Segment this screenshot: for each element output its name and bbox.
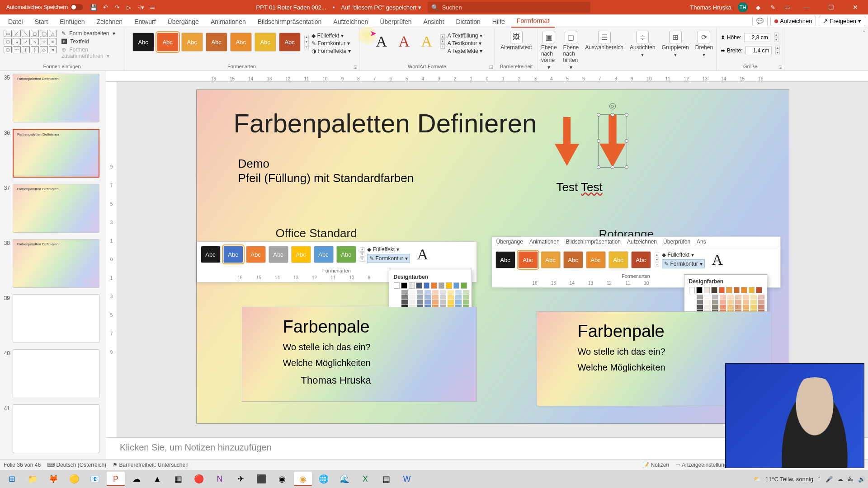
close-button[interactable]: ✕ [846, 4, 864, 11]
shape-style-4[interactable]: Abc [206, 33, 227, 52]
tray-net-icon[interactable]: 🖧 [848, 476, 854, 483]
tab-datei[interactable]: Datei [3, 15, 28, 28]
edge-icon[interactable]: 🌊 [335, 472, 354, 486]
autosave-toggle[interactable]: Automatisches Speichern [4, 4, 86, 10]
arrow-shape-1[interactable] [555, 117, 579, 167]
share-button[interactable]: ↗ Freigeben ▾ [819, 16, 865, 26]
slide-canvas[interactable]: Farbenpaletten Definieren Demo Pfeil (Fü… [197, 90, 789, 423]
qat-overflow-icon[interactable]: ═ [148, 3, 156, 11]
weather-icon[interactable]: ⛅ [754, 476, 761, 483]
status-lang[interactable]: ⌨ Deutsch (Österreich) [47, 462, 106, 468]
maximize-button[interactable]: ☐ [822, 4, 840, 11]
chrome-icon[interactable]: 🟡 [65, 472, 83, 486]
thumb-37[interactable]: Farbenpaletten Definieren [13, 184, 99, 233]
style-gallery-scroll[interactable]: ▴▾▿ [304, 35, 309, 49]
undo-icon[interactable]: ↶ [101, 3, 109, 11]
file-name[interactable]: PPT 01 Roter Faden 002... [256, 4, 326, 11]
file-explorer-icon[interactable]: 📁 [24, 472, 42, 486]
thumb-38[interactable]: Farbenpaletten Definieren [13, 239, 99, 288]
bell-icon[interactable]: ◆ [754, 3, 762, 11]
shape-fill-button[interactable]: ◆ Fülleffekt ▾ [311, 33, 351, 39]
outlook-icon[interactable]: 📧 [86, 472, 104, 486]
user-avatar[interactable]: TH [738, 2, 748, 12]
tab-start[interactable]: Start [29, 15, 54, 28]
wordart-style-3[interactable]: A [417, 32, 437, 52]
rotate-button[interactable]: ⟳Drehen▾ [693, 30, 715, 59]
shape-style-3[interactable]: Abc [181, 33, 203, 52]
save-icon[interactable]: 💾 [90, 3, 98, 11]
thumb-36[interactable]: Farbenpaletten Definieren [13, 129, 99, 178]
minimize-button[interactable]: — [797, 4, 816, 11]
bring-forward-button[interactable]: ▣Ebene nach vorne▾ [539, 30, 559, 71]
rotate-handle-icon[interactable]: ⟳ [609, 103, 616, 109]
text-outline-button[interactable]: A Textkontur ▾ [448, 40, 483, 47]
tab-ansicht[interactable]: Ansicht [418, 15, 449, 28]
dialog-launcher-icon[interactable]: ◲ [778, 65, 783, 69]
slide-text-test[interactable]: Test Test [557, 180, 603, 194]
app-icon-6[interactable]: ▤ [377, 472, 395, 486]
record-button[interactable]: Aufzeichnen [770, 16, 816, 26]
align-button[interactable]: ≑Ausrichten▾ [628, 30, 657, 59]
search-box[interactable]: 🔍 Suchen [428, 2, 590, 13]
app-icon-5[interactable]: 🌐 [315, 472, 333, 486]
status-notes[interactable]: 📝 Notizen [642, 462, 669, 468]
tab-bildschirm[interactable]: Bildschirmpräsentation [252, 15, 327, 28]
tray-vol-icon[interactable]: 🔊 [858, 476, 865, 483]
slide-title[interactable]: Farbenpaletten Definieren [234, 108, 537, 138]
telegram-icon[interactable]: ✈ [231, 472, 250, 486]
shape-style-1[interactable]: Abc [132, 33, 154, 52]
slide-thumbnails[interactable]: 35Farbenpaletten Definieren 36Farbenpale… [0, 71, 106, 459]
shape-style-6[interactable]: Abc [255, 33, 276, 52]
dialog-launcher-icon[interactable]: ◲ [354, 65, 358, 69]
recording-icon[interactable]: ◉ [294, 472, 312, 486]
shape-effects-button[interactable]: ◑ Formeffekte ▾ [311, 48, 351, 54]
draw-icon[interactable]: ✎ [769, 3, 777, 11]
slide-text-line2[interactable]: Pfeil (Füllung) mit Standardfarben [238, 171, 414, 185]
dialog-launcher-icon[interactable]: ◲ [489, 65, 493, 69]
slide-text-demo[interactable]: Demo [238, 157, 269, 171]
thumb-39[interactable] [13, 294, 99, 343]
tray-mic-icon[interactable]: 🎤 [826, 476, 833, 483]
obs-icon[interactable]: ◉ [273, 472, 291, 486]
slideshow-icon[interactable]: ▷ [125, 3, 133, 11]
app-icon-2[interactable]: ▦ [169, 472, 187, 486]
wordart-gallery-scroll[interactable]: ▴▾▿ [440, 34, 445, 49]
edit-shape-button[interactable]: ✎ Form bearbeiten ▾ [60, 30, 120, 37]
status-accessibility[interactable]: ⚑ Barrierefreiheit: Untersuchen [113, 462, 189, 468]
thumb-40[interactable] [13, 349, 99, 398]
wordart-style-2[interactable]: A [394, 32, 414, 52]
tab-animationen[interactable]: Animationen [205, 15, 251, 28]
wordart-style-1[interactable]: A [372, 32, 392, 52]
excel-icon[interactable]: X [356, 472, 374, 486]
height-input[interactable] [744, 33, 770, 42]
thumb-41[interactable] [13, 404, 99, 453]
shape-style-5[interactable]: Abc [230, 33, 252, 52]
tab-hilfe[interactable]: Hilfe [487, 15, 510, 28]
shape-gallery[interactable]: ▭／＼◻◯△ ⬠↳↗↘☆≡ ⬡〰{}◇▾ [4, 30, 57, 53]
tray-chevron-icon[interactable]: ˄ [818, 476, 821, 483]
shape-style-2[interactable]: Abc [157, 33, 179, 52]
alttext-button[interactable]: 🖼Alternativtext [499, 30, 533, 52]
tab-dictation[interactable]: Dictation [450, 15, 486, 28]
tab-formformat[interactable]: Formformat [511, 14, 555, 28]
shape-outline-button[interactable]: ✎ Formkontur ▾ [311, 40, 351, 47]
text-fill-button[interactable]: A Textfüllung ▾ [448, 33, 483, 39]
tab-einfuegen[interactable]: Einfügen [54, 15, 90, 28]
firefox-icon[interactable]: 🦊 [44, 472, 62, 486]
selected-arrow-shape[interactable]: ⟳ [598, 114, 627, 168]
powerpoint-icon[interactable]: P [107, 472, 125, 486]
text-effects-button[interactable]: A Texteffekte ▾ [448, 48, 483, 54]
tab-ueberpruefen[interactable]: Überprüfen [374, 15, 417, 28]
app-icon-1[interactable]: ☁ [127, 472, 146, 486]
onenote-icon[interactable]: N [211, 472, 229, 486]
user-name[interactable]: Thomas Hruska [690, 4, 731, 11]
window-icon[interactable]: ▭ [783, 3, 791, 11]
app-icon-4[interactable]: ⬛ [252, 472, 270, 486]
saved-location[interactable]: Auf "diesem PC" gespeichert ▾ [341, 4, 421, 11]
app-icon-3[interactable]: 🔴 [190, 472, 208, 486]
width-input[interactable] [745, 46, 772, 55]
thumb-35[interactable]: Farbenpaletten Definieren [13, 74, 99, 122]
start-button[interactable]: ⊞ [3, 472, 21, 486]
send-backward-button[interactable]: ▢Ebene nach hinten▾ [561, 30, 581, 71]
vlc-icon[interactable]: ▲ [148, 472, 166, 486]
